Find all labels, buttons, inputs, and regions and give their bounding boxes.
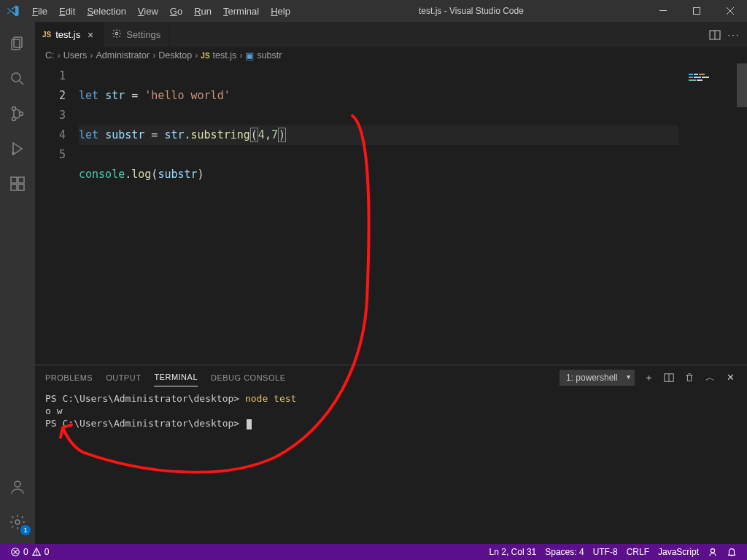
menu-file[interactable]: File <box>26 3 53 20</box>
menu-help[interactable]: Help <box>265 3 296 20</box>
split-terminal-icon[interactable] <box>662 373 676 383</box>
svg-rect-3 <box>12 39 20 50</box>
extensions-icon[interactable] <box>0 166 35 201</box>
bottom-panel: Problems Output Terminal Debug Console 1… <box>35 365 747 544</box>
breadcrumb-symbol[interactable]: substr <box>257 50 282 61</box>
panel-tab-output[interactable]: Output <box>106 369 141 386</box>
terminal[interactable]: PS C:\Users\Administrator\desktop> node … <box>35 389 747 544</box>
tab-settings[interactable]: Settings <box>104 22 169 47</box>
kill-terminal-icon[interactable] <box>683 373 696 383</box>
panel-tab-debug-console[interactable]: Debug Console <box>211 369 285 386</box>
editor-scrollbar[interactable] <box>737 63 747 365</box>
editor-tabs: JS test.js × Settings ··· <box>35 22 747 47</box>
line-number-gutter: 1 2 3 4 5 <box>35 63 79 365</box>
menu-bar: File Edit Selection View Go Run Terminal… <box>26 3 296 20</box>
explorer-icon[interactable] <box>0 26 35 61</box>
settings-badge: 1 <box>20 525 31 535</box>
status-cursor-position[interactable]: Ln 2, Col 31 <box>485 547 541 557</box>
javascript-file-icon: JS <box>42 31 51 39</box>
status-eol[interactable]: CRLF <box>622 547 654 557</box>
source-control-icon[interactable] <box>0 96 35 131</box>
status-bar: 0 0 Ln 2, Col 31 Spaces: 4 UTF-8 CRLF Ja… <box>0 544 747 560</box>
breadcrumb-segment[interactable]: Administrator <box>96 50 150 61</box>
svg-point-13 <box>15 481 20 487</box>
terminal-selector[interactable]: 1: powershell ▾ <box>560 370 635 386</box>
panel-tab-problems[interactable]: Problems <box>45 369 93 386</box>
svg-rect-1 <box>694 8 700 15</box>
window-title: test.js - Visual Studio Code <box>296 6 646 16</box>
menu-go[interactable]: Go <box>164 3 188 20</box>
svg-point-15 <box>115 32 118 35</box>
svg-rect-12 <box>18 177 24 183</box>
activity-bar: 1 <box>0 22 35 544</box>
more-actions-icon[interactable]: ··· <box>728 29 740 41</box>
menu-run[interactable]: Run <box>188 3 217 20</box>
status-language[interactable]: JavaScript <box>654 547 703 557</box>
javascript-file-icon: JS <box>201 52 209 60</box>
breadcrumb[interactable]: C:› Users› Administrator› Desktop› JS te… <box>35 47 747 63</box>
vscode-logo-icon <box>0 4 26 18</box>
svg-rect-2 <box>14 37 22 47</box>
run-debug-icon[interactable] <box>0 131 35 166</box>
breadcrumb-segment[interactable]: C: <box>45 50 55 61</box>
maximize-button[interactable] <box>680 0 713 22</box>
status-notifications-icon[interactable] <box>722 547 741 557</box>
panel-tab-terminal[interactable]: Terminal <box>154 368 198 386</box>
tab-label: Settings <box>126 29 160 40</box>
svg-point-4 <box>12 73 20 82</box>
svg-rect-10 <box>11 184 17 190</box>
menu-edit[interactable]: Edit <box>53 3 81 20</box>
title-bar: File Edit Selection View Go Run Terminal… <box>0 0 747 22</box>
close-button[interactable] <box>713 0 747 22</box>
svg-point-8 <box>12 152 14 154</box>
svg-rect-0 <box>659 10 667 11</box>
tab-close-icon[interactable]: × <box>85 29 96 41</box>
breadcrumb-file[interactable]: test.js <box>213 50 237 61</box>
maximize-panel-icon[interactable]: ︿ <box>703 371 716 384</box>
new-terminal-icon[interactable]: ＋ <box>642 371 655 384</box>
menu-view[interactable]: View <box>132 3 164 20</box>
breadcrumb-segment[interactable]: Desktop <box>158 50 192 61</box>
svg-rect-11 <box>18 184 24 190</box>
svg-point-6 <box>12 117 16 121</box>
svg-rect-9 <box>11 177 17 183</box>
svg-point-14 <box>15 520 20 524</box>
search-icon[interactable] <box>0 61 35 96</box>
variable-icon: ▣ <box>245 50 254 61</box>
svg-point-7 <box>20 112 23 116</box>
split-editor-icon[interactable] <box>709 29 721 41</box>
tab-test-js[interactable]: JS test.js × <box>35 22 104 47</box>
menu-selection[interactable]: Selection <box>81 3 131 20</box>
svg-point-21 <box>711 549 714 553</box>
minimap[interactable] <box>678 63 737 365</box>
minimize-button[interactable] <box>646 0 680 22</box>
terminal-cursor <box>247 419 252 429</box>
status-indentation[interactable]: Spaces: 4 <box>541 547 588 557</box>
code-editor[interactable]: 1 2 3 4 5 let str = 'hello world' let su… <box>35 63 747 365</box>
settings-gear-icon[interactable]: 1 <box>0 505 35 540</box>
tab-label: test.js <box>55 29 80 40</box>
gear-icon <box>112 28 122 41</box>
menu-terminal[interactable]: Terminal <box>217 3 265 20</box>
code-content[interactable]: let str = 'hello world' let substr = str… <box>79 63 678 365</box>
svg-point-5 <box>12 107 16 111</box>
breadcrumb-segment[interactable]: Users <box>63 50 88 61</box>
status-encoding[interactable]: UTF-8 <box>589 547 622 557</box>
status-problems[interactable]: 0 0 <box>6 547 53 557</box>
accounts-icon[interactable] <box>0 470 35 505</box>
status-feedback-icon[interactable] <box>703 547 722 557</box>
close-panel-icon[interactable]: ✕ <box>724 372 737 383</box>
